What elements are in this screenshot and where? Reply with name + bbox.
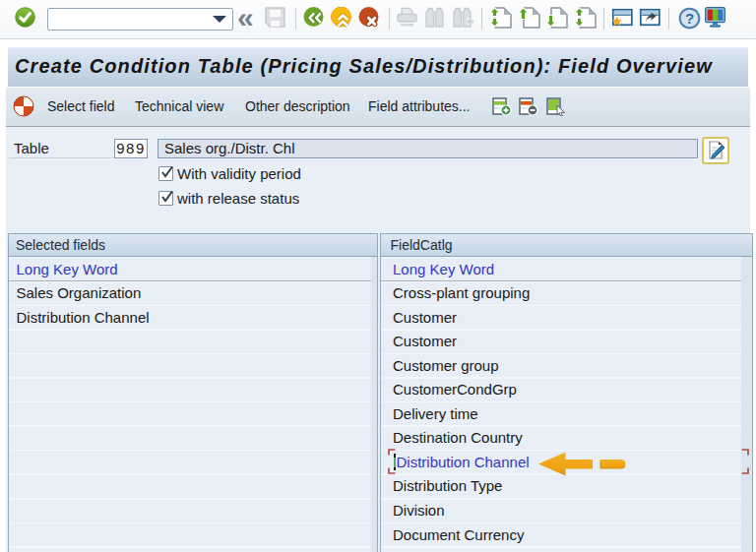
svg-text:?: ?: [685, 10, 694, 27]
